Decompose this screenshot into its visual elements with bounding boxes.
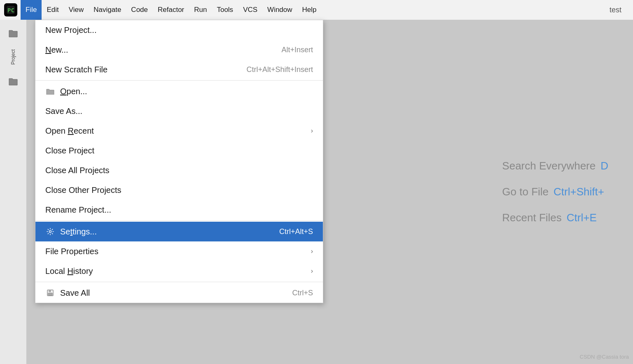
menu-refactor[interactable]: Refactor — [153, 0, 189, 20]
menu-entry-save-all[interactable]: Save All Ctrl+S — [35, 283, 323, 303]
menu-tools[interactable]: Tools — [212, 0, 238, 20]
new-scratch-file-label: New Scratch File — [45, 65, 107, 74]
menu-entry-new[interactable]: New... Alt+Insert — [35, 40, 323, 60]
menu-entry-save-as[interactable]: Save As... — [35, 101, 323, 121]
open-recent-chevron: › — [311, 127, 313, 134]
save-all-label: Save All — [60, 288, 90, 298]
project-title: test — [610, 6, 630, 14]
app-icon: PC — [3, 2, 18, 17]
menu-navigate[interactable]: Navigate — [89, 0, 126, 20]
new-label: New... — [45, 45, 68, 55]
app-icon-inner: PC — [4, 3, 17, 16]
menu-view[interactable]: View — [64, 0, 89, 20]
menu-run[interactable]: Run — [189, 0, 212, 20]
svg-rect-4 — [48, 293, 52, 295]
local-history-label: Local History — [45, 267, 93, 276]
menu-help[interactable]: Help — [297, 0, 322, 20]
menu-entry-close-project[interactable]: Close Project — [35, 141, 323, 160]
menu-items: File Edit View Navigate Code Refactor Ru… — [21, 0, 322, 20]
menu-entry-close-other-projects[interactable]: Close Other Projects — [35, 180, 323, 200]
save-all-shortcut: Ctrl+S — [292, 289, 313, 297]
menu-entry-file-properties[interactable]: File Properties › — [35, 241, 323, 261]
divider-2 — [35, 220, 323, 221]
new-project-label: New Project... — [45, 26, 96, 35]
svg-rect-3 — [49, 290, 51, 292]
settings-label: Settings... — [60, 227, 97, 236]
file-properties-label: File Properties — [45, 247, 98, 256]
dropdown-overlay: New Project... New... Alt+Insert New Scr… — [0, 20, 633, 364]
open-label: Open... — [60, 87, 87, 96]
menu-entry-local-history[interactable]: Local History › — [35, 261, 323, 281]
open-folder-icon — [45, 88, 55, 95]
menu-edit[interactable]: Edit — [42, 0, 63, 20]
settings-shortcut: Ctrl+Alt+S — [279, 227, 313, 236]
divider-1 — [35, 80, 323, 81]
close-project-label: Close Project — [45, 146, 94, 155]
menu-entry-new-scratch-file[interactable]: New Scratch File Ctrl+Alt+Shift+Insert — [35, 60, 323, 79]
file-dropdown-menu: New Project... New... Alt+Insert New Scr… — [35, 20, 323, 303]
menu-entry-close-all-projects[interactable]: Close All Projects — [35, 160, 323, 180]
menu-vcs[interactable]: VCS — [238, 0, 262, 20]
menu-entry-rename-project[interactable]: Rename Project... — [35, 200, 323, 220]
menu-bar: PC File Edit View Navigate Code Refactor… — [0, 0, 633, 20]
new-shortcut: Alt+Insert — [281, 46, 313, 54]
menu-entry-open[interactable]: Open... — [35, 81, 323, 101]
close-all-projects-label: Close All Projects — [45, 166, 110, 175]
menu-entry-settings[interactable]: Settings... Ctrl+Alt+S — [35, 222, 323, 241]
rename-project-label: Rename Project... — [45, 205, 111, 215]
divider-3 — [35, 282, 323, 282]
menu-entry-new-project[interactable]: New Project... — [35, 20, 323, 40]
settings-wrench-icon — [45, 228, 55, 235]
menu-entry-open-recent[interactable]: Open Recent › — [35, 121, 323, 141]
menu-code[interactable]: Code — [126, 0, 153, 20]
svg-text:PC: PC — [7, 7, 14, 14]
close-other-projects-label: Close Other Projects — [45, 185, 121, 195]
new-scratch-file-shortcut: Ctrl+Alt+Shift+Insert — [246, 65, 313, 74]
file-properties-chevron: › — [311, 248, 313, 255]
menu-window[interactable]: Window — [262, 0, 297, 20]
menu-file[interactable]: File — [21, 0, 42, 20]
open-recent-label: Open Recent — [45, 126, 94, 136]
local-history-chevron: › — [311, 267, 313, 275]
save-all-icon — [45, 289, 55, 297]
save-as-label: Save As... — [45, 107, 82, 116]
